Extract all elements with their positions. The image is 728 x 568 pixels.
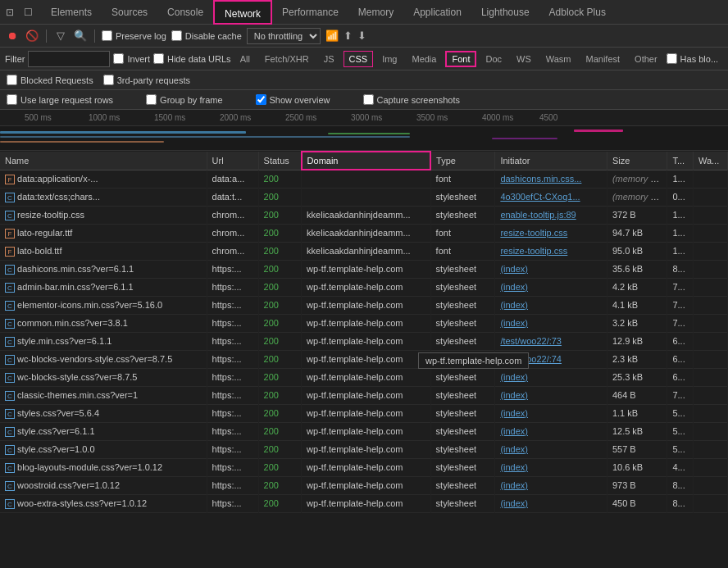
group-by-frame-checkbox[interactable] [146, 94, 157, 105]
filter-btn[interactable]: ▽ [53, 29, 68, 43]
inspect-icon[interactable]: ⊡ [3, 6, 16, 19]
clear-btn[interactable]: 🚫 [25, 29, 39, 43]
col-header-domain[interactable]: Domain [302, 152, 431, 170]
tab-sources[interactable]: Sources [102, 0, 157, 25]
table-row[interactable]: F lato-regular.ttf chrom... 200 kkelicaa… [0, 224, 728, 242]
table-row[interactable]: C admin-bar.min.css?ver=6.1.1 https:... … [0, 278, 728, 296]
tab-performance[interactable]: Performance [272, 0, 348, 25]
table-row[interactable]: C woostroid.css?ver=1.0.12 https:... 200… [0, 476, 728, 494]
timeline-bar: 500 ms 1000 ms 1500 ms 2000 ms 2500 ms 3… [0, 110, 728, 126]
filter-input[interactable] [28, 51, 110, 67]
col-header-waterfall[interactable]: Wa... [693, 152, 727, 170]
table-row[interactable]: C wc-blocks-style.css?ver=8.7.5 https:..… [0, 368, 728, 386]
tab-lighthouse[interactable]: Lighthouse [471, 0, 539, 25]
cell-waterfall [693, 494, 727, 512]
search-btn[interactable]: 🔍 [73, 29, 88, 43]
preserve-log-label[interactable]: Preserve log [102, 30, 166, 41]
filter-doc[interactable]: Doc [480, 51, 507, 67]
large-rows-label[interactable]: Use large request rows [7, 94, 113, 105]
tab-console[interactable]: Console [157, 0, 213, 25]
group-by-frame-label[interactable]: Group by frame [146, 94, 222, 105]
table-row[interactable]: C data:text/css;chars... data:t... 200 s… [0, 188, 728, 206]
disable-cache-checkbox[interactable] [171, 30, 182, 41]
cell-size: 95.0 kB [607, 242, 667, 260]
table-row[interactable]: C common.min.css?ver=3.8.1 https:... 200… [0, 314, 728, 332]
table-row[interactable]: C style.min.css?ver=6.1.1 https:... 200 … [0, 332, 728, 350]
hide-data-urls-checkbox[interactable] [153, 53, 164, 64]
table-row[interactable]: C resize-tooltip.css chrom... 200 kkelic… [0, 206, 728, 224]
tab-elements[interactable]: Elements [41, 0, 102, 25]
throttle-select[interactable]: No throttling [247, 28, 321, 44]
filter-all[interactable]: All [234, 51, 256, 67]
cell-waterfall [693, 458, 727, 476]
filter-ws[interactable]: WS [511, 51, 537, 67]
table-row[interactable]: C style.css?ver=6.1.1 https:... 200 wp-t… [0, 422, 728, 440]
blocked-requests-checkbox[interactable] [7, 75, 17, 85]
col-header-size[interactable]: Size [607, 152, 667, 170]
disable-cache-label[interactable]: Disable cache [171, 30, 242, 41]
table-row[interactable]: F data:application/x-... data:a... 200 f… [0, 170, 728, 188]
filter-img[interactable]: Img [376, 51, 403, 67]
cell-name: C data:text/css;chars... [0, 188, 207, 206]
table-row[interactable]: C style.css?ver=1.0.0 https:... 200 wp-t… [0, 440, 728, 458]
table-row[interactable]: C wc-blocks-vendors-style.css?ver=8.7.5 … [0, 350, 728, 368]
file-type-icon: C [5, 445, 15, 455]
third-party-label[interactable]: 3rd-party requests [103, 75, 190, 85]
cell-initiator: /test/woo22/:74 [495, 350, 607, 368]
table-row[interactable]: F lato-bold.ttf chrom... 200 kkelicaakda… [0, 242, 728, 260]
invert-label[interactable]: Invert [113, 53, 150, 64]
capture-screenshots-label[interactable]: Capture screenshots [363, 94, 461, 105]
file-type-icon: C [5, 373, 15, 383]
col-header-initiator[interactable]: Initiator [495, 152, 607, 170]
filter-other[interactable]: Other [629, 51, 663, 67]
filter-js[interactable]: JS [318, 51, 340, 67]
filter-font[interactable]: Font [445, 51, 476, 67]
col-header-type[interactable]: Type [430, 152, 495, 170]
cell-initiator: (index) [495, 260, 607, 278]
show-overview-label[interactable]: Show overview [256, 94, 330, 105]
record-btn[interactable]: ⏺ [5, 29, 20, 43]
table-row[interactable]: C dashicons.min.css?ver=6.1.1 https:... … [0, 260, 728, 278]
filter-media[interactable]: Media [406, 51, 442, 67]
cell-domain: wp-tf.template-help.com [302, 278, 431, 296]
filter-css[interactable]: CSS [344, 51, 374, 67]
capture-screenshots-checkbox[interactable] [363, 94, 374, 105]
preserve-log-checkbox[interactable] [102, 30, 112, 41]
filter-fetch-xhr[interactable]: Fetch/XHR [259, 51, 315, 67]
table-row[interactable]: C blog-layouts-module.css?ver=1.0.12 htt… [0, 458, 728, 476]
table-row[interactable]: C elementor-icons.min.css?ver=5.16.0 htt… [0, 296, 728, 314]
cell-domain: wp-tf.template-help.com [302, 296, 431, 314]
table-row[interactable]: C woo-extra-styles.css?ver=1.0.12 https:… [0, 494, 728, 512]
marker-4500: 4500 [539, 113, 557, 122]
tab-network[interactable]: Network [213, 0, 272, 25]
col-header-time[interactable]: T... [667, 152, 694, 170]
invert-checkbox[interactable] [113, 53, 124, 64]
cell-initiator: (index) [495, 386, 607, 404]
large-rows-checkbox[interactable] [7, 94, 17, 105]
has-blocked-checkbox[interactable] [667, 53, 677, 64]
cell-status: 200 [258, 422, 302, 440]
tab-adblock[interactable]: Adblock Plus [539, 0, 616, 25]
tab-memory[interactable]: Memory [348, 0, 403, 25]
filter-wasm[interactable]: Wasm [540, 51, 577, 67]
cell-waterfall [693, 224, 727, 242]
cell-size: 557 B [607, 440, 667, 458]
tab-application[interactable]: Application [403, 0, 471, 25]
filter-manifest[interactable]: Manifest [580, 51, 626, 67]
hide-data-urls-label[interactable]: Hide data URLs [153, 53, 231, 64]
third-party-checkbox[interactable] [103, 75, 114, 85]
table-row[interactable]: C styles.css?ver=5.6.4 https:... 200 wp-… [0, 404, 728, 422]
cell-initiator: resize-tooltip.css [495, 242, 607, 260]
device-icon[interactable]: ☐ [21, 6, 34, 19]
options-row: Use large request rows Group by frame Sh… [0, 90, 728, 110]
cell-type: stylesheet [430, 458, 495, 476]
table-row[interactable]: C classic-themes.min.css?ver=1 https:...… [0, 386, 728, 404]
blocked-requests-label[interactable]: Blocked Requests [7, 75, 93, 85]
cell-time: 0... [667, 188, 694, 206]
has-blocked-label[interactable]: Has blo... [667, 53, 718, 64]
show-overview-checkbox[interactable] [256, 94, 266, 105]
col-header-status[interactable]: Status [258, 152, 302, 170]
col-header-name[interactable]: Name [0, 152, 207, 170]
cell-size: 4.1 kB [607, 296, 667, 314]
col-header-url[interactable]: Url [207, 152, 258, 170]
